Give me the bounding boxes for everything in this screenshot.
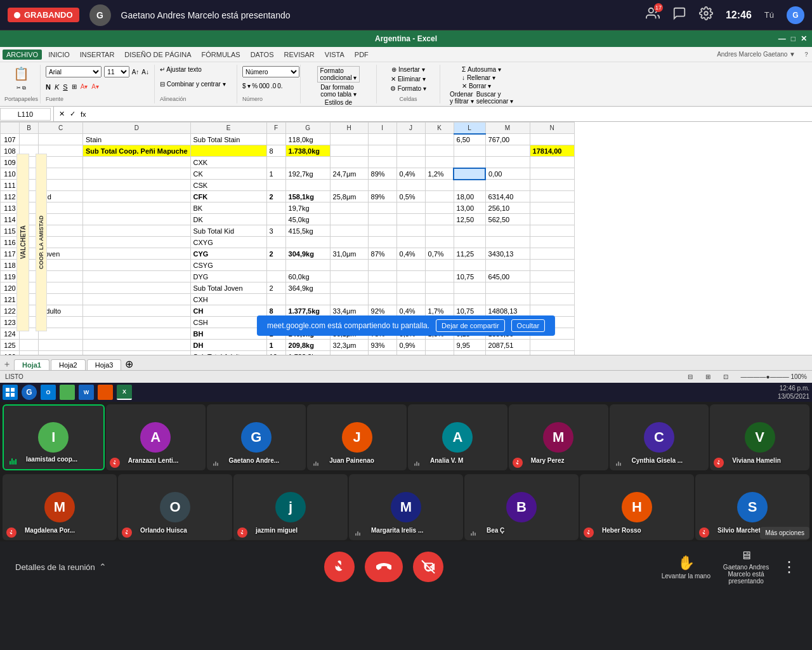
excel-taskbar-icon[interactable]: X <box>117 385 132 400</box>
table-row[interactable]: 108Sub Total Coop. Peñi Mapuche81.738,0k… <box>1 145 575 157</box>
decrease-decimal-button[interactable]: 0. <box>277 83 282 90</box>
col-header-c[interactable]: C <box>39 123 83 134</box>
sheet-tab-hoja1[interactable]: Hoja1 <box>14 359 49 370</box>
video-tile[interactable]: MMagdalena Por... <box>3 474 117 540</box>
start-button[interactable] <box>3 385 18 400</box>
col-header-g[interactable]: G <box>285 123 330 134</box>
settings-icon[interactable] <box>699 6 713 23</box>
bold-button[interactable]: N <box>46 83 51 91</box>
video-tile[interactable]: AAranzazu Lenti... <box>106 404 206 470</box>
font-decrease-icon[interactable]: A↓ <box>141 69 149 76</box>
table-row[interactable]: 120Sub Total Joven2364,9kg <box>1 282 575 294</box>
cell-styles-button[interactable]: Estilos decelda ▾ <box>325 99 352 107</box>
delete-cells-button[interactable]: ✕ Eliminar ▾ <box>391 76 426 83</box>
col-header-l[interactable]: L <box>454 123 485 134</box>
sort-filter-button[interactable]: Ordenary filtrar ▾ <box>450 91 474 105</box>
paste-icon[interactable]: 📋 <box>13 66 29 81</box>
table-row[interactable]: 125DH1209,8kg32,3μm93%0,9%9,952087,51 <box>1 340 575 351</box>
video-tile[interactable]: GGaetano Andre... <box>207 404 306 470</box>
col-header-k[interactable]: K <box>425 123 454 134</box>
confirm-formula-icon[interactable]: ✓ <box>67 110 78 118</box>
menu-revisar[interactable]: REVISAR <box>280 50 318 60</box>
mute-button[interactable] <box>324 552 355 582</box>
more-options-badge[interactable]: Más opciones <box>760 527 809 539</box>
table-row[interactable]: 110CK1192,7kg24,7μm89%0,4%1,2%0,00 <box>1 168 575 180</box>
video-tile[interactable]: AAnalia V. M <box>408 404 508 470</box>
fill-button[interactable]: ↓ Rellenar ▾ <box>462 74 501 81</box>
cut-icon[interactable]: ✂ <box>16 85 21 91</box>
border-button[interactable]: ⊞ <box>72 83 77 90</box>
increase-decimal-button[interactable]: .0 <box>271 83 276 90</box>
autosum-button[interactable]: Σ Autosuma ▾ <box>462 66 501 73</box>
table-row[interactable]: 121CXH <box>1 294 575 305</box>
font-selector[interactable]: Arial <box>46 66 102 77</box>
table-row[interactable]: 113BK19,7kg13,00256,10 <box>1 202 575 214</box>
meeting-details[interactable]: Detalles de la reunión ⌃ <box>15 562 107 572</box>
table-row[interactable]: 126Sub Total Adulto101.733,3kg <box>1 351 575 355</box>
table-row[interactable]: 109CXK <box>1 157 575 168</box>
end-call-button[interactable] <box>365 552 403 582</box>
table-row[interactable]: 119DYG60,0kg10,75645,00 <box>1 271 575 282</box>
copy-icon[interactable]: ⧉ <box>22 85 26 91</box>
sheet-tab-hoja2[interactable]: Hoja2 <box>51 359 86 370</box>
format-as-table-button[interactable]: Dar formatocomo tabla ▾ <box>320 84 357 98</box>
menu-disenio[interactable]: DISEÑO DE PÁGINA <box>121 50 195 60</box>
menu-insertar[interactable]: INSERTAR <box>76 50 119 60</box>
menu-formulas[interactable]: FÓRMULAS <box>198 50 244 60</box>
col-header-h[interactable]: H <box>330 123 368 134</box>
video-tile[interactable]: JJuan Painenao <box>307 404 407 470</box>
participants-icon[interactable]: 17 <box>646 6 660 23</box>
hide-button[interactable]: Ocultar <box>511 319 545 332</box>
view-normal-icon[interactable]: ⊟ <box>688 373 693 380</box>
col-header-d[interactable]: D <box>83 123 191 134</box>
col-header-i[interactable]: I <box>368 123 396 134</box>
zoom-slider[interactable]: ————●——— 100% <box>741 373 807 380</box>
video-tile[interactable]: OOrlando Huisca <box>118 474 232 540</box>
cancel-formula-icon[interactable]: ✕ <box>56 110 67 118</box>
cell-reference-input[interactable] <box>0 108 51 121</box>
table-row[interactable]: 112KidCFK2158,1kg25,8μm89%0,5%18,006314,… <box>1 191 575 202</box>
col-header-j[interactable]: J <box>396 123 425 134</box>
video-tile[interactable]: VViviana Hamelin <box>710 404 809 470</box>
video-tile[interactable]: MMargarita Irelis ... <box>349 474 463 540</box>
video-tile[interactable]: MMary Perez <box>509 404 608 470</box>
add-sheet-plus[interactable]: ⊕ <box>125 358 133 370</box>
more-options-button[interactable]: ⋮ <box>782 558 797 576</box>
chat-icon[interactable] <box>672 6 686 23</box>
video-tile[interactable]: CCynthia Gisela ... <box>610 404 709 470</box>
col-header-m[interactable]: M <box>485 123 530 134</box>
camera-button[interactable] <box>413 552 443 582</box>
currency-button[interactable]: $ ▾ <box>242 83 251 90</box>
conditional-format-button[interactable]: Formatocondicional ▾ <box>317 66 360 83</box>
chrome-icon[interactable]: G <box>22 385 37 400</box>
clear-button[interactable]: ✕ Borrar ▾ <box>462 83 501 90</box>
video-tile[interactable]: BBea Ç <box>464 474 579 540</box>
add-sheet-icon[interactable]: ＋ <box>3 359 11 370</box>
restore-icon[interactable]: □ <box>791 34 796 43</box>
minimize-icon[interactable]: — <box>778 34 786 43</box>
thousands-button[interactable]: 000 <box>259 83 270 90</box>
raise-hand-action[interactable]: ✋ Levantar la mano <box>662 555 710 580</box>
table-row[interactable]: 116CXYG <box>1 237 575 248</box>
insert-function-icon[interactable]: fx <box>78 110 89 118</box>
col-header-e[interactable]: E <box>190 123 266 134</box>
find-select-button[interactable]: Buscar yseleccionar ▾ <box>476 91 513 105</box>
table-row[interactable]: 107StainSub Total Stain118,0kg6,50767,00 <box>1 134 575 145</box>
video-tile[interactable]: Ilaamistad coop... <box>3 404 105 470</box>
taskbar-icon-4[interactable] <box>60 385 75 400</box>
menu-archivo[interactable]: ARCHIVO <box>3 50 42 60</box>
view-page-icon[interactable]: ⊞ <box>705 373 710 380</box>
insert-cells-button[interactable]: ⊕ Insertar ▾ <box>391 66 424 73</box>
number-format-selector[interactable]: Número <box>242 66 299 77</box>
close-icon[interactable]: ✕ <box>801 34 807 43</box>
menu-vista[interactable]: VISTA <box>321 50 348 60</box>
col-header-f[interactable]: F <box>266 123 285 134</box>
stop-sharing-button[interactable]: Dejar de compartir <box>436 319 504 332</box>
italic-button[interactable]: K <box>55 83 59 91</box>
table-row[interactable]: 118CSYG <box>1 260 575 271</box>
sheet-container[interactable]: B C D E F G H I J K L M N <box>0 122 812 355</box>
table-row[interactable]: 114DK45,0kg12,50562,50 <box>1 214 575 225</box>
taskbar-icon-6[interactable] <box>98 385 113 400</box>
format-cells-button[interactable]: ⚙ Formato ▾ <box>390 85 426 92</box>
word-icon[interactable]: W <box>79 385 94 400</box>
